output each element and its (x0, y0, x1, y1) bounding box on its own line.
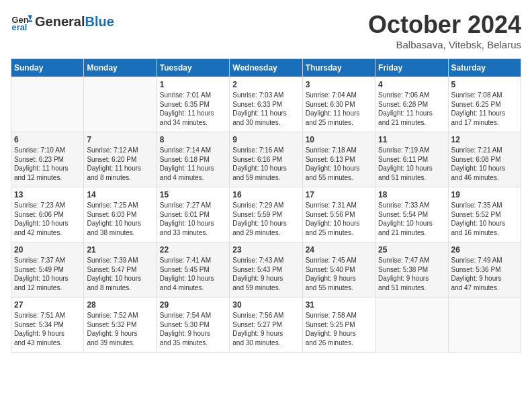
calendar-cell: 16Sunrise: 7:29 AM Sunset: 5:59 PM Dayli… (230, 187, 302, 242)
day-number: 28 (87, 300, 153, 310)
day-number: 30 (232, 300, 299, 310)
cell-content: Sunrise: 7:41 AM Sunset: 5:45 PM Dayligh… (160, 256, 226, 292)
header-row: SundayMondayTuesdayWednesdayThursdayFrid… (11, 59, 521, 77)
logo-icon: Gen eral (11, 11, 32, 32)
calendar-cell: 9Sunrise: 7:16 AM Sunset: 6:16 PM Daylig… (230, 132, 302, 187)
month-title: October 2024 (368, 11, 521, 39)
calendar-cell: 23Sunrise: 7:43 AM Sunset: 5:43 PM Dayli… (230, 242, 302, 298)
calendar-cell (11, 77, 84, 132)
calendar-cell: 11Sunrise: 7:19 AM Sunset: 6:11 PM Dayli… (375, 132, 448, 187)
calendar-header: SundayMondayTuesdayWednesdayThursdayFrid… (11, 59, 521, 77)
calendar-cell (375, 298, 448, 353)
cell-content: Sunrise: 7:10 AM Sunset: 6:23 PM Dayligh… (14, 146, 81, 182)
calendar-cell: 2Sunrise: 7:03 AM Sunset: 6:33 PM Daylig… (230, 77, 302, 132)
calendar-cell: 19Sunrise: 7:35 AM Sunset: 5:52 PM Dayli… (448, 187, 521, 242)
cell-content: Sunrise: 7:29 AM Sunset: 5:59 PM Dayligh… (232, 201, 299, 237)
day-number: 10 (306, 135, 372, 144)
day-number: 22 (160, 245, 226, 255)
day-number: 9 (232, 135, 299, 144)
day-number: 8 (160, 135, 226, 144)
cell-content: Sunrise: 7:25 AM Sunset: 6:03 PM Dayligh… (87, 201, 153, 237)
calendar-cell: 28Sunrise: 7:52 AM Sunset: 5:32 PM Dayli… (84, 298, 157, 353)
cell-content: Sunrise: 7:31 AM Sunset: 5:56 PM Dayligh… (306, 201, 372, 237)
day-number: 4 (378, 80, 445, 89)
day-number: 2 (232, 80, 299, 89)
cell-content: Sunrise: 7:03 AM Sunset: 6:33 PM Dayligh… (232, 91, 299, 127)
day-header-saturday: Saturday (448, 59, 521, 77)
day-number: 7 (87, 135, 153, 144)
cell-content: Sunrise: 7:54 AM Sunset: 5:30 PM Dayligh… (160, 311, 226, 347)
cell-content: Sunrise: 7:45 AM Sunset: 5:40 PM Dayligh… (306, 256, 372, 292)
calendar-cell (448, 298, 521, 353)
calendar-cell: 10Sunrise: 7:18 AM Sunset: 6:13 PM Dayli… (302, 132, 375, 187)
calendar-cell: 15Sunrise: 7:27 AM Sunset: 6:01 PM Dayli… (157, 187, 229, 242)
calendar-cell: 5Sunrise: 7:08 AM Sunset: 6:25 PM Daylig… (448, 77, 521, 132)
calendar-cell (84, 77, 157, 132)
calendar-cell: 8Sunrise: 7:14 AM Sunset: 6:18 PM Daylig… (157, 132, 229, 187)
calendar-cell: 1Sunrise: 7:01 AM Sunset: 6:35 PM Daylig… (157, 77, 229, 132)
svg-text:eral: eral (12, 22, 28, 32)
cell-content: Sunrise: 7:51 AM Sunset: 5:34 PM Dayligh… (14, 311, 81, 347)
cell-content: Sunrise: 7:37 AM Sunset: 5:49 PM Dayligh… (14, 256, 81, 292)
calendar-table: SundayMondayTuesdayWednesdayThursdayFrid… (11, 58, 521, 353)
cell-content: Sunrise: 7:52 AM Sunset: 5:32 PM Dayligh… (87, 311, 153, 347)
day-number: 5 (451, 80, 518, 89)
cell-content: Sunrise: 7:04 AM Sunset: 6:30 PM Dayligh… (306, 91, 372, 127)
day-header-thursday: Thursday (302, 59, 375, 77)
calendar-cell: 24Sunrise: 7:45 AM Sunset: 5:40 PM Dayli… (302, 242, 375, 298)
calendar-cell: 3Sunrise: 7:04 AM Sunset: 6:30 PM Daylig… (302, 77, 375, 132)
logo: Gen eral GeneralBlue (11, 11, 114, 32)
title-block: October 2024 Balbasava, Vitebsk, Belarus (368, 11, 521, 50)
cell-content: Sunrise: 7:16 AM Sunset: 6:16 PM Dayligh… (232, 146, 299, 182)
cell-content: Sunrise: 7:08 AM Sunset: 6:25 PM Dayligh… (451, 91, 518, 127)
day-number: 25 (378, 245, 445, 255)
day-number: 14 (87, 190, 153, 199)
calendar-cell: 29Sunrise: 7:54 AM Sunset: 5:30 PM Dayli… (157, 298, 229, 353)
day-number: 19 (451, 190, 518, 199)
day-number: 24 (306, 245, 372, 255)
cell-content: Sunrise: 7:56 AM Sunset: 5:27 PM Dayligh… (232, 311, 299, 347)
page-header: Gen eral GeneralBlue October 2024 Balbas… (11, 11, 521, 50)
cell-content: Sunrise: 7:58 AM Sunset: 5:25 PM Dayligh… (306, 311, 372, 347)
calendar-cell: 31Sunrise: 7:58 AM Sunset: 5:25 PM Dayli… (302, 298, 375, 353)
location: Balbasava, Vitebsk, Belarus (368, 39, 521, 50)
calendar-cell: 26Sunrise: 7:49 AM Sunset: 5:36 PM Dayli… (448, 242, 521, 298)
week-row-3: 13Sunrise: 7:23 AM Sunset: 6:06 PM Dayli… (11, 187, 521, 242)
day-header-tuesday: Tuesday (157, 59, 229, 77)
cell-content: Sunrise: 7:33 AM Sunset: 5:54 PM Dayligh… (378, 201, 445, 237)
cell-content: Sunrise: 7:06 AM Sunset: 6:28 PM Dayligh… (378, 91, 445, 127)
day-header-sunday: Sunday (11, 59, 84, 77)
day-header-monday: Monday (84, 59, 157, 77)
cell-content: Sunrise: 7:47 AM Sunset: 5:38 PM Dayligh… (378, 256, 445, 292)
cell-content: Sunrise: 7:49 AM Sunset: 5:36 PM Dayligh… (451, 256, 518, 292)
day-number: 13 (14, 190, 81, 199)
day-number: 29 (160, 300, 226, 310)
day-number: 16 (232, 190, 299, 199)
day-number: 12 (451, 135, 518, 144)
day-number: 11 (378, 135, 445, 144)
day-number: 17 (306, 190, 372, 199)
calendar-cell: 7Sunrise: 7:12 AM Sunset: 6:20 PM Daylig… (84, 132, 157, 187)
logo-blue: Blue (85, 14, 114, 29)
day-number: 31 (306, 300, 372, 310)
day-number: 1 (160, 80, 226, 89)
calendar-cell: 14Sunrise: 7:25 AM Sunset: 6:03 PM Dayli… (84, 187, 157, 242)
calendar-cell: 30Sunrise: 7:56 AM Sunset: 5:27 PM Dayli… (230, 298, 302, 353)
day-number: 6 (14, 135, 81, 144)
day-number: 15 (160, 190, 226, 199)
cell-content: Sunrise: 7:01 AM Sunset: 6:35 PM Dayligh… (160, 91, 226, 127)
week-row-2: 6Sunrise: 7:10 AM Sunset: 6:23 PM Daylig… (11, 132, 521, 187)
week-row-4: 20Sunrise: 7:37 AM Sunset: 5:49 PM Dayli… (11, 242, 521, 298)
day-header-friday: Friday (375, 59, 448, 77)
cell-content: Sunrise: 7:21 AM Sunset: 6:08 PM Dayligh… (451, 146, 518, 182)
calendar-cell: 21Sunrise: 7:39 AM Sunset: 5:47 PM Dayli… (84, 242, 157, 298)
svg-marker-2 (28, 15, 32, 20)
cell-content: Sunrise: 7:19 AM Sunset: 6:11 PM Dayligh… (378, 146, 445, 182)
day-number: 3 (306, 80, 372, 89)
day-number: 23 (232, 245, 299, 255)
calendar-cell: 22Sunrise: 7:41 AM Sunset: 5:45 PM Dayli… (157, 242, 229, 298)
week-row-5: 27Sunrise: 7:51 AM Sunset: 5:34 PM Dayli… (11, 298, 521, 353)
cell-content: Sunrise: 7:35 AM Sunset: 5:52 PM Dayligh… (451, 201, 518, 237)
calendar-body: 1Sunrise: 7:01 AM Sunset: 6:35 PM Daylig… (11, 77, 521, 353)
day-number: 21 (87, 245, 153, 255)
